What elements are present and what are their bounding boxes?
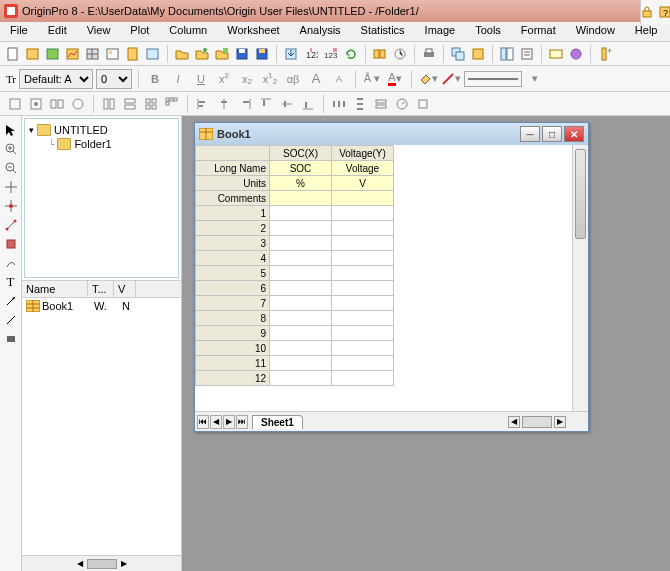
menu-plot[interactable]: Plot — [120, 22, 159, 41]
new-layout-icon[interactable] — [104, 45, 122, 63]
data-cell[interactable] — [332, 356, 394, 371]
data-cell[interactable] — [270, 356, 332, 371]
data-cell[interactable] — [332, 296, 394, 311]
tab-nav-last-icon[interactable]: ⏭ — [236, 415, 248, 429]
print-icon[interactable] — [420, 45, 438, 63]
help-context-icon[interactable]: ? — [657, 3, 671, 21]
menu-tools[interactable]: Tools — [465, 22, 511, 41]
minimize-button[interactable]: ─ — [520, 126, 540, 142]
new-excel-icon[interactable] — [44, 45, 62, 63]
new-graph-icon[interactable] — [64, 45, 82, 63]
same-size-icon[interactable] — [414, 95, 432, 113]
menu-image[interactable]: Image — [415, 22, 466, 41]
grid-2-icon[interactable] — [121, 95, 139, 113]
data-cell[interactable] — [332, 341, 394, 356]
draw-data-tool-icon[interactable] — [3, 255, 19, 271]
screen-reader-tool-icon[interactable] — [3, 179, 19, 195]
same-height-icon[interactable] — [393, 95, 411, 113]
data-cell[interactable] — [270, 326, 332, 341]
arrow-tool-icon[interactable] — [3, 293, 19, 309]
recalculate-icon[interactable] — [391, 45, 409, 63]
same-width-icon[interactable] — [372, 95, 390, 113]
data-cell[interactable] — [270, 221, 332, 236]
project-tree[interactable]: ▾ UNTITLED └ Folder1 — [24, 118, 179, 278]
menu-worksheet[interactable]: Worksheet — [217, 22, 289, 41]
font-color-icon[interactable]: A ▾ — [385, 69, 405, 89]
open-icon[interactable] — [173, 45, 191, 63]
code-builder-icon[interactable] — [547, 45, 565, 63]
grid-3-icon[interactable] — [142, 95, 160, 113]
layout-tool-3-icon[interactable] — [48, 95, 66, 113]
row-number[interactable]: 10 — [196, 341, 270, 356]
new-notes-icon[interactable] — [124, 45, 142, 63]
tab-nav-next-icon[interactable]: ▶ — [223, 415, 235, 429]
tree-folder-node[interactable]: └ Folder1 — [29, 137, 174, 151]
distribute-h-icon[interactable] — [330, 95, 348, 113]
data-cell[interactable] — [270, 341, 332, 356]
row-number[interactable]: 1 — [196, 206, 270, 221]
row-label-longname[interactable]: Long Name — [196, 161, 270, 176]
data-selector-tool-icon[interactable] — [3, 217, 19, 233]
alpha-beta-icon[interactable]: αβ — [283, 69, 303, 89]
duplicate-icon[interactable] — [449, 45, 467, 63]
add-column-icon[interactable]: + — [596, 45, 614, 63]
data-cell[interactable] — [270, 266, 332, 281]
data-cell[interactable] — [270, 311, 332, 326]
line-tool-icon[interactable] — [3, 312, 19, 328]
line-color-icon[interactable]: ▾ — [441, 69, 461, 89]
data-cell[interactable] — [270, 281, 332, 296]
menu-view[interactable]: View — [77, 22, 121, 41]
menu-file[interactable]: File — [0, 22, 38, 41]
grid-header-type[interactable]: T... — [88, 281, 114, 297]
row-number[interactable]: 7 — [196, 296, 270, 311]
units-col1[interactable]: % — [270, 176, 332, 191]
lock-icon[interactable] — [639, 3, 655, 21]
data-cell[interactable] — [332, 371, 394, 386]
data-cell[interactable] — [270, 296, 332, 311]
supersubscript-icon[interactable]: x12 — [260, 69, 280, 89]
layout-tool-2-icon[interactable] — [27, 95, 45, 113]
pointer-tool-icon[interactable] — [3, 122, 19, 138]
project-explorer-icon[interactable] — [498, 45, 516, 63]
save-icon[interactable] — [233, 45, 251, 63]
greek-dropdown-icon[interactable]: Å ▾ — [362, 69, 382, 89]
new-workbook-icon[interactable] — [24, 45, 42, 63]
sheet-tab-sheet1[interactable]: Sheet1 — [252, 415, 303, 429]
reimport-icon[interactable] — [342, 45, 360, 63]
results-log-icon[interactable] — [518, 45, 536, 63]
data-cell[interactable] — [332, 206, 394, 221]
row-number[interactable]: 3 — [196, 236, 270, 251]
zoom-out-tool-icon[interactable] — [3, 160, 19, 176]
tab-nav-prev-icon[interactable]: ◀ — [210, 415, 222, 429]
text-tool-icon[interactable]: T — [3, 274, 19, 290]
rectangle-tool-icon[interactable] — [3, 331, 19, 347]
fill-color-icon[interactable]: ▾ — [418, 69, 438, 89]
workbook-titlebar[interactable]: Book1 ─ □ ✕ — [195, 123, 588, 145]
zoom-in-tool-icon[interactable] — [3, 141, 19, 157]
row-label-comments[interactable]: Comments — [196, 191, 270, 206]
grid-header-view[interactable]: V — [114, 281, 136, 297]
align-right-icon[interactable] — [236, 95, 254, 113]
menu-column[interactable]: Column — [159, 22, 217, 41]
xfunction-builder-icon[interactable] — [567, 45, 585, 63]
row-number[interactable]: 2 — [196, 221, 270, 236]
data-cell[interactable] — [270, 236, 332, 251]
grid-1-icon[interactable] — [100, 95, 118, 113]
line-width-dropdown-icon[interactable]: ▾ — [525, 69, 545, 89]
data-cell[interactable] — [332, 266, 394, 281]
data-cell[interactable] — [332, 236, 394, 251]
grid-header-name[interactable]: Name — [22, 281, 88, 297]
new-project-icon[interactable] — [4, 45, 22, 63]
line-style-select[interactable] — [464, 71, 522, 87]
font-increase-icon[interactable]: A — [306, 69, 326, 89]
font-select[interactable]: Default: A — [19, 69, 93, 89]
longname-col1[interactable]: SOC — [270, 161, 332, 176]
new-matrix-icon[interactable] — [84, 45, 102, 63]
comments-col2[interactable] — [332, 191, 394, 206]
data-cell[interactable] — [332, 221, 394, 236]
navigator-hscrollbar[interactable]: ◀▶ — [22, 555, 181, 571]
longname-col2[interactable]: Voltage — [332, 161, 394, 176]
menu-format[interactable]: Format — [511, 22, 566, 41]
row-label-units[interactable]: Units — [196, 176, 270, 191]
font-decrease-icon[interactable]: A — [329, 69, 349, 89]
